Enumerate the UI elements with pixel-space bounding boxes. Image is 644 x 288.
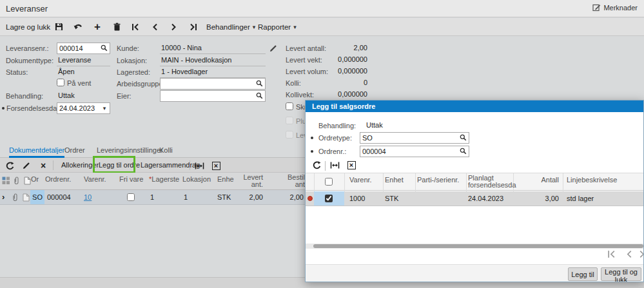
- save-icon[interactable]: [53, 18, 64, 35]
- tab-kolli[interactable]: Kolli: [159, 145, 173, 158]
- kunde-value: 10000 - Nina: [160, 43, 266, 54]
- chevron-down-icon: ▾: [293, 24, 297, 30]
- modal-behandling-value: Uttak: [365, 120, 429, 131]
- attachment-icon[interactable]: [12, 193, 18, 202]
- dialog-title[interactable]: Legg til salgsordre: [306, 101, 644, 112]
- first-page-icon[interactable]: [607, 250, 618, 260]
- rapporter-menu[interactable]: Rapporter ▾: [258, 18, 297, 35]
- refresh-icon[interactable]: [4, 160, 15, 171]
- modal-ordrenr-input[interactable]: [360, 146, 469, 157]
- select-all-checkbox[interactable]: [325, 178, 333, 186]
- modal-behandling-label: Behandling:: [318, 120, 356, 131]
- legg-til-button[interactable]: Legg til: [568, 267, 598, 281]
- col-lokasjon[interactable]: Lokasjon: [182, 175, 211, 183]
- fit-width-icon[interactable]: [329, 159, 340, 171]
- col-fri-vare[interactable]: Fri vare: [119, 175, 143, 183]
- search-icon[interactable]: [460, 148, 467, 155]
- search-icon[interactable]: [256, 92, 264, 100]
- tab-ordrer[interactable]: Ordrer: [64, 145, 85, 158]
- table-row[interactable]: 1000 STK 24.04.2023 3,00 std lager: [306, 191, 644, 206]
- edit-icon[interactable]: [21, 160, 32, 171]
- modal-grid-header: Varenr. Enhet Parti-/serienr. Planlagt f…: [306, 173, 644, 191]
- mcol-linjebeskrivelse[interactable]: Linjebeskrivelse: [567, 176, 617, 184]
- modal-ordrenr-field: [360, 146, 469, 157]
- file-icon[interactable]: [23, 193, 30, 202]
- add-icon[interactable]: +: [92, 18, 103, 35]
- lagersted-value: 1 - Hovedlager: [160, 66, 266, 78]
- behandling-value: Uttak: [57, 90, 110, 102]
- grid-settings-icon[interactable]: [2, 177, 10, 185]
- kolli-value: 0: [316, 77, 367, 89]
- row-select-checkbox[interactable]: [325, 195, 333, 202]
- edit-icon[interactable]: [269, 44, 277, 52]
- fri-vare-checkbox[interactable]: [127, 193, 135, 201]
- chevron-down-icon[interactable]: ▾: [101, 104, 108, 112]
- save-and-close-button[interactable]: Lagre og lukk: [6, 18, 50, 35]
- mcol-varenr[interactable]: Varenr.: [349, 176, 372, 184]
- col-levert-ant[interactable]: Levert ant.: [224, 174, 263, 188]
- arbeidsgruppe-input[interactable]: [161, 79, 265, 89]
- delete-icon[interactable]: [111, 18, 122, 35]
- varenr-link[interactable]: 10: [84, 193, 92, 201]
- prev-record-icon[interactable]: [149, 18, 161, 35]
- notes-icon: [592, 3, 601, 12]
- col-ordrenr[interactable]: Ordrenr.: [45, 175, 71, 183]
- refresh-icon[interactable]: [311, 159, 322, 171]
- last-record-icon[interactable]: [188, 18, 199, 35]
- delete-row-icon[interactable]: ×: [37, 160, 49, 171]
- cell-lokasjon[interactable]: 1: [184, 190, 188, 204]
- modal-grid-toolbar: ×: [306, 157, 644, 173]
- scrollbar-thumb[interactable]: [313, 244, 643, 248]
- cell-lagersted[interactable]: 1: [150, 190, 154, 204]
- fit-width-icon[interactable]: [193, 160, 205, 171]
- required-dot: [311, 137, 313, 139]
- dokumenttype-value: Leveranse: [57, 55, 110, 66]
- main-toolbar: Lagre og lukk + Behandlinger ▾ Rapporte: [0, 18, 644, 36]
- next-record-icon[interactable]: [168, 18, 180, 35]
- mcol-parti-serienr[interactable]: Parti-/serienr.: [417, 176, 459, 184]
- kollivekt-label: Kollivekt:: [286, 89, 314, 101]
- table-row[interactable]: › SO 000004 10 1 1 STK 2,00 2,00: [0, 190, 305, 205]
- pa-vent-checkbox[interactable]: [57, 79, 64, 86]
- cell-levert-ant[interactable]: 2,00: [224, 190, 263, 204]
- search-icon[interactable]: [101, 44, 108, 52]
- cell-enhet[interactable]: STK: [385, 191, 398, 206]
- skriv-checkbox[interactable]: [286, 102, 293, 110]
- col-varenr[interactable]: Varenr.: [84, 175, 106, 183]
- col-bestilt-ant[interactable]: Bestilt ant.: [269, 174, 307, 188]
- cell-ordrenr[interactable]: 000004: [47, 190, 71, 204]
- undo-icon[interactable]: [72, 18, 84, 35]
- prev-page-icon[interactable]: [625, 250, 636, 260]
- col-ordretype[interactable]: Or: [31, 175, 39, 183]
- mcol-planlagt[interactable]: Planlagt forsendelsesda: [468, 175, 526, 189]
- cell-bestilt-ant[interactable]: 2,00: [267, 190, 304, 204]
- tab-dokumentdetaljer[interactable]: Dokumentdetaljer: [9, 145, 64, 158]
- cell-antall[interactable]: 3,00: [520, 191, 559, 206]
- toolbar-separator: [325, 161, 326, 171]
- eier-field: [160, 90, 266, 102]
- cell-varenr[interactable]: 1000: [349, 191, 365, 206]
- plukk-checkbox[interactable]: [286, 117, 293, 124]
- export-icon[interactable]: ×: [210, 160, 222, 171]
- cell-ordretype[interactable]: SO: [30, 190, 44, 204]
- eier-input[interactable]: [161, 91, 265, 101]
- search-icon[interactable]: [460, 134, 467, 142]
- col-lagersted[interactable]: *Lagerste: [149, 175, 179, 183]
- notes-button[interactable]: Merknader: [592, 3, 638, 12]
- next-page-icon[interactable]: [639, 250, 644, 260]
- cell-linjebeskrivelse[interactable]: std lager: [567, 191, 594, 206]
- export-icon[interactable]: ×: [346, 159, 357, 171]
- eier-label: Eier:: [117, 90, 132, 102]
- mcol-enhet[interactable]: Enhet: [385, 176, 404, 184]
- cell-planlagt[interactable]: 24.04.2023: [468, 191, 503, 206]
- lever-checkbox[interactable]: [286, 131, 293, 139]
- title-bar: Leveranser Merknader: [0, 0, 644, 17]
- behandlinger-menu[interactable]: Behandlinger ▾: [206, 18, 255, 35]
- lagersammendrag-button[interactable]: Lagersammendrag: [141, 158, 200, 173]
- search-icon[interactable]: [256, 80, 264, 88]
- first-record-icon[interactable]: [130, 18, 141, 35]
- legg-til-og-lukk-button[interactable]: Legg til og lukk: [601, 267, 641, 281]
- modal-ordretype-input[interactable]: [360, 133, 469, 143]
- horizontal-scrollbar[interactable]: [306, 244, 644, 249]
- mcol-antall[interactable]: Antall: [520, 176, 559, 184]
